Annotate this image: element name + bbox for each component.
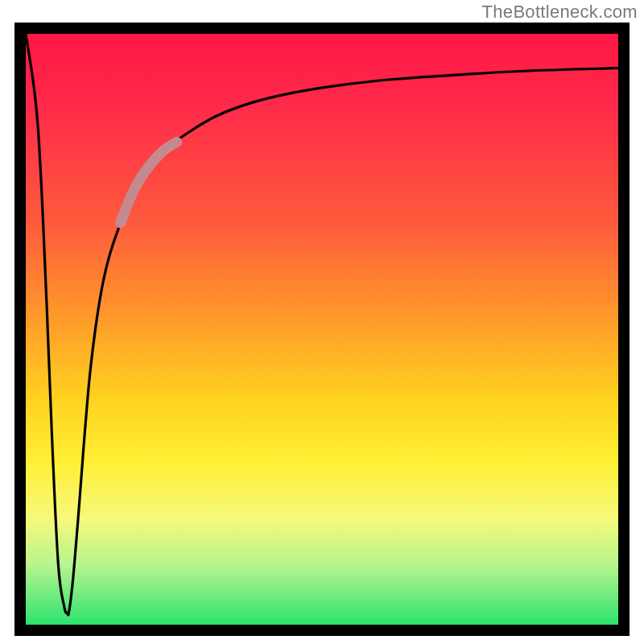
plot-gradient-background: [26, 34, 618, 625]
plot-frame: [14, 23, 630, 636]
chart-stage: TheBottleneck.com: [0, 0, 644, 644]
curve-layer: [26, 34, 618, 625]
bottleneck-curve: [26, 34, 618, 615]
watermark-text: TheBottleneck.com: [482, 2, 638, 23]
highlight-band: [121, 142, 177, 223]
